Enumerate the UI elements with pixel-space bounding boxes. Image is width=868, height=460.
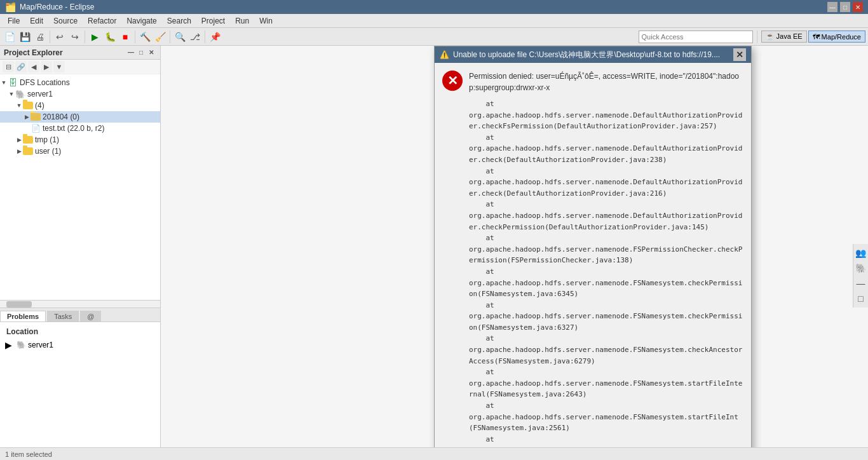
toolbar-stop-button[interactable]: ■ [118,30,132,44]
modal-title: Unable to uploade file C:\Users\战神电脑大世界\… [453,50,733,60]
modal-close-button[interactable]: ✕ [733,48,746,61]
dfs-locations-label: DFS Locations [20,78,70,87]
modal-stacktrace: at org.apache.hadoop.hdfs.server.namenod… [469,98,743,447]
modal-title-bar: ⚠️ Unable to uploade file C:\Users\战神电脑大… [435,46,751,63]
title-bar: 🗂️ Map/Reduce - Eclipse — □ ✕ [0,0,868,14]
server1-label: server1 [27,90,53,98]
toolbar-build-button[interactable]: 🔨 [138,30,152,44]
toolbar-undo-button[interactable]: ↩ [53,30,67,44]
tree-item-dfs-locations[interactable]: ▼ 🗄 DFS Locations [0,77,160,88]
tab-at[interactable]: @ [80,311,101,321]
location-header: Location [3,325,158,339]
tree-item-user[interactable]: ▶ user (1) [0,145,160,157]
toolbar-marker-button[interactable]: 📌 [208,30,222,44]
side-icon-2[interactable]: 🐘 [855,262,867,274]
tree-item-tmp[interactable]: ▶ tmp (1) [0,134,160,145]
project-explorer-title: Project Explorer [4,48,126,57]
panel-toolbar-link-button[interactable]: 🔗 [15,61,27,72]
toolbar-print-button[interactable]: 🖨 [33,30,47,44]
panel-toolbar-forward-button[interactable]: ▶ [41,61,52,72]
tab-tasks[interactable]: Tasks [47,311,79,321]
dfs-locations-arrow: ▼ [0,79,8,86]
minimize-button[interactable]: — [827,2,837,12]
panel-toolbar-collapse-button[interactable]: ⊟ [3,61,14,72]
status-bar: 1 item selected [0,447,868,460]
panel-minimize-button[interactable]: — [126,48,136,58]
bottom-server-row[interactable]: ▶ 🐘 server1 [3,339,158,351]
side-icon-minimize[interactable]: — [855,277,867,290]
modal-error-message: Permission denied: user=uÉñµçÃ˚ôÊ=, acce… [469,71,743,93]
toolbar-new-button[interactable]: 📄 [3,30,17,44]
menu-source[interactable]: Source [48,15,83,27]
status-selected-text: 1 item selected [5,450,863,458]
scrollbar-thumb[interactable] [6,301,32,308]
bottom-server-icon: 🐘 [16,340,26,350]
panel-close-button[interactable]: ✕ [146,48,156,58]
user-icon [23,146,33,156]
panel-toolbar-menu-button[interactable]: ▼ [53,61,65,72]
tmp-icon [23,135,33,145]
right-side-icons: 👥 🐘 — □ [853,244,868,308]
menu-project[interactable]: Project [196,15,230,27]
window-controls[interactable]: — □ ✕ [827,2,863,12]
menu-edit[interactable]: Edit [25,15,48,27]
modal-error-icon: ✕ [442,71,463,91]
testtxt-label: test.txt (22.0 b, r2) [43,124,104,133]
tmp-label: tmp (1) [35,135,59,144]
side-icon-1[interactable]: 👥 [855,247,867,259]
window-title: Map/Reduce - Eclipse [20,3,827,11]
panel-maximize-button[interactable]: □ [136,48,146,58]
toolbar-clean-button[interactable]: 🧹 [153,30,167,44]
error-dialog: ⚠️ Unable to uploade file C:\Users\战神电脑大… [434,46,752,447]
toolbar-save-button[interactable]: 💾 [18,30,32,44]
menu-run[interactable]: Run [230,15,254,27]
panel-toolbar: ⊟ 🔗 ◀ ▶ ▼ [0,60,160,74]
toolbar-redo-button[interactable]: ↪ [68,30,82,44]
folder4-label: (4) [35,101,44,110]
bottom-tabs: Problems Tasks @ [0,308,160,322]
tree-item-folder4[interactable]: ▼ (4) [0,100,160,111]
menu-search[interactable]: Search [162,15,196,27]
menu-navigate[interactable]: Navigate [121,15,161,27]
right-panel: 👥 🐘 — □ ⚠️ Unable to uploade file C:\Use… [161,46,868,447]
toolbar-separator-3 [135,30,135,43]
201804-icon [31,112,41,122]
toolbar-separator-1 [50,30,50,43]
toolbar-separator-qa [757,30,757,43]
toolbar-debug-button[interactable]: 🐛 [103,30,117,44]
main-area: Project Explorer — □ ✕ ⊟ 🔗 ◀ ▶ ▼ ▼ 🗄 DFS… [0,46,868,447]
201804-label: 201804 (0) [43,112,79,121]
menu-win[interactable]: Win [254,15,278,27]
error-symbol: ✕ [447,73,458,88]
toolbar-separator-2 [85,30,85,43]
testtxt-arrow: ▶ [23,125,31,132]
tree-item-server1[interactable]: ▼ 🐘 server1 [0,88,160,100]
close-button[interactable]: ✕ [853,2,863,12]
perspective-buttons: ☕ Java EE 🗺 Map/Reduce [761,30,865,43]
tree-scrollbar-horizontal[interactable] [0,300,160,308]
toolbar-git-button[interactable]: ⎇ [188,30,202,44]
tree-item-test-txt[interactable]: ▶ 📄 test.txt (22.0 b, r2) [0,123,160,134]
server1-icon: 🐘 [15,89,25,99]
project-tree: ▼ 🗄 DFS Locations ▼ 🐘 server1 ▼ [0,74,160,300]
toolbar-separator-4 [170,30,170,43]
side-icon-maximize[interactable]: □ [855,292,867,305]
testtxt-icon: 📄 [31,123,41,133]
tmp-arrow: ▶ [15,137,23,143]
error-circle: ✕ [442,71,463,91]
toolbar-search-button[interactable]: 🔍 [173,30,187,44]
toolbar-run-button[interactable]: ▶ [88,30,102,44]
menu-file[interactable]: File [3,15,25,27]
quick-access-input[interactable] [639,30,753,43]
left-panel: Project Explorer — □ ✕ ⊟ 🔗 ◀ ▶ ▼ ▼ 🗄 DFS… [0,46,161,447]
perspective-java-ee-button[interactable]: ☕ Java EE [761,30,807,43]
bottom-panel: Problems Tasks @ Location ▶ 🐘 server1 [0,308,160,447]
menu-refactor[interactable]: Refactor [83,15,121,27]
panel-toolbar-back-button[interactable]: ◀ [28,61,39,72]
maximize-button[interactable]: □ [840,2,850,12]
modal-message-area: Permission denied: user=uÉñµçÃ˚ôÊ=, acce… [469,71,743,447]
server1-arrow: ▼ [8,91,15,97]
tab-problems[interactable]: Problems [0,311,46,321]
tree-item-201804[interactable]: ▶ 201804 (0) [0,111,160,123]
perspective-map-reduce-button[interactable]: 🗺 Map/Reduce [808,30,865,43]
